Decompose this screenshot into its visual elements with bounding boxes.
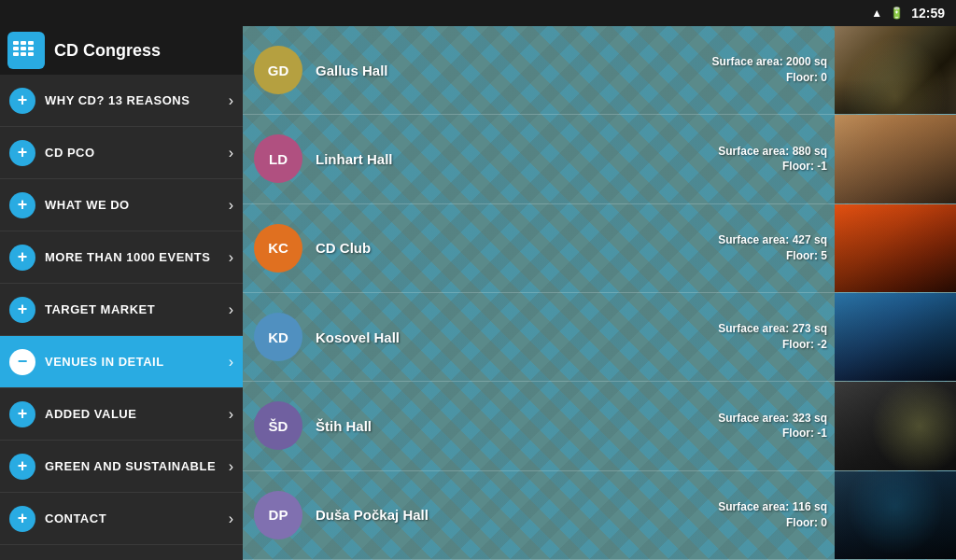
venue-surface: Surface area: 2000 sqFloor: 0 — [712, 54, 827, 86]
venue-name-stih: Štih Hall — [316, 418, 718, 434]
venue-row-kosovel[interactable]: KDKosovel HallSurface area: 273 sqFloor:… — [243, 293, 956, 382]
chevron-right-icon: › — [229, 145, 233, 161]
venue-row-cdclub[interactable]: KCCD ClubSurface area: 427 sqFloor: 5 — [243, 204, 956, 293]
sidebar-item-more-events[interactable]: +MORE THAN 1000 EVENTS› — [0, 231, 243, 284]
sidebar-plus-icon: + — [9, 454, 35, 480]
venue-name-kosovel: Kosovel Hall — [316, 329, 718, 345]
venue-row-stih[interactable]: ŠDŠtih HallSurface area: 323 sqFloor: -1 — [243, 382, 956, 470]
venue-surface: Surface area: 323 sqFloor: -1 — [718, 411, 827, 442]
sidebar-item-label: WHAT WE DO — [45, 198, 219, 213]
venue-surface: Surface area: 273 sqFloor: -2 — [718, 321, 827, 353]
sidebar-item-added-value[interactable]: +ADDED VALUE› — [0, 388, 243, 441]
sidebar-item-label: VENUES IN DETAIL — [45, 355, 219, 370]
status-bar: ▲ 🔋 12:59 — [0, 0, 956, 26]
venue-row-linhart[interactable]: LDLinhart HallSurface area: 880 sqFloor:… — [243, 115, 956, 203]
svg-rect-3 — [13, 47, 19, 50]
sidebar-item-label: WHY CD? 13 REASONS — [45, 93, 219, 108]
sidebar-item-what-we-do[interactable]: +WHAT WE DO› — [0, 179, 243, 231]
sidebar-plus-icon: + — [9, 297, 35, 323]
venue-badge-stih: ŠD — [254, 401, 302, 450]
venue-badge-cdclub: KC — [254, 224, 302, 273]
chevron-right-icon: › — [229, 249, 233, 266]
venue-badge-dusa: DP — [254, 491, 302, 539]
venue-name-cdclub: CD Club — [316, 240, 718, 256]
app-logo — [7, 32, 45, 69]
sidebar-plus-icon: + — [9, 88, 35, 114]
venue-photo-kosovel — [835, 293, 956, 381]
sidebar-item-green[interactable]: +GREEN AND SUSTAINABLE› — [0, 441, 243, 493]
svg-rect-1 — [21, 41, 26, 45]
svg-rect-2 — [28, 41, 34, 45]
venue-photo-stih — [835, 382, 956, 469]
sidebar-plus-icon: + — [9, 506, 35, 532]
venue-info-cdclub: Surface area: 427 sqFloor: 5 — [718, 232, 835, 264]
sidebar-item-label: MORE THAN 1000 EVENTS — [45, 250, 219, 265]
venue-name-gallus: Gallus Hall — [316, 63, 712, 78]
sidebar-item-label: CONTACT — [45, 511, 219, 526]
svg-rect-4 — [21, 47, 26, 50]
svg-rect-8 — [28, 52, 34, 56]
sidebar-item-why-cd[interactable]: +WHY CD? 13 REASONS› — [0, 75, 243, 127]
venue-badge-linhart: LD — [254, 134, 302, 183]
venue-info-gallus: Surface area: 2000 sqFloor: 0 — [712, 54, 835, 86]
battery-icon: 🔋 — [890, 7, 904, 20]
sidebar-plus-icon: + — [9, 245, 35, 271]
app-header: CD Congress — [0, 26, 243, 75]
chevron-right-icon: › — [229, 197, 233, 214]
venue-info-kosovel: Surface area: 273 sqFloor: -2 — [718, 321, 835, 353]
chevron-right-icon: › — [229, 406, 233, 423]
sidebar: +WHY CD? 13 REASONS›+CD PCO›+WHAT WE DO›… — [0, 75, 243, 560]
sidebar-item-label: TARGET MARKET — [45, 302, 219, 317]
main-content: GDGallus HallSurface area: 2000 sqFloor:… — [243, 26, 956, 560]
sidebar-item-label: GREEN AND SUSTAINABLE — [45, 459, 219, 474]
chevron-right-icon: › — [229, 458, 233, 475]
venue-surface: Surface area: 427 sqFloor: 5 — [718, 232, 827, 264]
venue-surface: Surface area: 880 sqFloor: -1 — [718, 144, 827, 175]
venue-photo-cdclub — [835, 204, 956, 292]
venue-name-dusa: Duša Počkaj Hall — [316, 507, 718, 523]
venue-info-dusa: Surface area: 116 sqFloor: 0 — [718, 499, 835, 531]
venue-badge-gallus: GD — [254, 46, 302, 94]
venue-row-dusa[interactable]: DPDuša Počkaj HallSurface area: 116 sqFl… — [243, 471, 956, 560]
svg-rect-5 — [28, 47, 34, 50]
venue-photo-linhart — [835, 115, 956, 203]
chevron-right-icon: › — [229, 92, 233, 109]
status-time: 12:59 — [911, 6, 945, 21]
venue-name-linhart: Linhart Hall — [316, 151, 718, 167]
sidebar-item-cd-pco[interactable]: +CD PCO› — [0, 127, 243, 179]
sidebar-item-label: CD PCO — [45, 146, 219, 161]
sidebar-plus-icon: − — [9, 349, 35, 375]
venue-row-gallus[interactable]: GDGallus HallSurface area: 2000 sqFloor:… — [243, 26, 956, 115]
sidebar-plus-icon: + — [9, 140, 35, 166]
venue-info-stih: Surface area: 323 sqFloor: -1 — [718, 411, 835, 442]
app-title: CD Congress — [54, 41, 161, 61]
venues-list: GDGallus HallSurface area: 2000 sqFloor:… — [243, 26, 956, 560]
chevron-right-icon: › — [229, 354, 233, 371]
sidebar-item-label: ADDED VALUE — [45, 407, 219, 422]
sidebar-item-contact[interactable]: +CONTACT› — [0, 493, 243, 545]
svg-rect-6 — [13, 52, 19, 56]
venue-photo-gallus — [835, 26, 956, 114]
sidebar-item-venues[interactable]: −VENUES IN DETAIL› — [0, 336, 243, 388]
venue-surface: Surface area: 116 sqFloor: 0 — [718, 499, 827, 531]
venue-badge-kosovel: KD — [254, 313, 302, 361]
venue-info-linhart: Surface area: 880 sqFloor: -1 — [718, 144, 835, 175]
sidebar-plus-icon: + — [9, 192, 35, 218]
sidebar-item-target-market[interactable]: +TARGET MARKET› — [0, 284, 243, 336]
svg-rect-0 — [13, 41, 19, 45]
sidebar-plus-icon: + — [9, 401, 35, 427]
wifi-icon: ▲ — [871, 7, 882, 20]
svg-rect-7 — [21, 52, 26, 56]
venue-photo-dusa — [835, 471, 956, 559]
chevron-right-icon: › — [229, 301, 233, 318]
chevron-right-icon: › — [229, 511, 233, 527]
